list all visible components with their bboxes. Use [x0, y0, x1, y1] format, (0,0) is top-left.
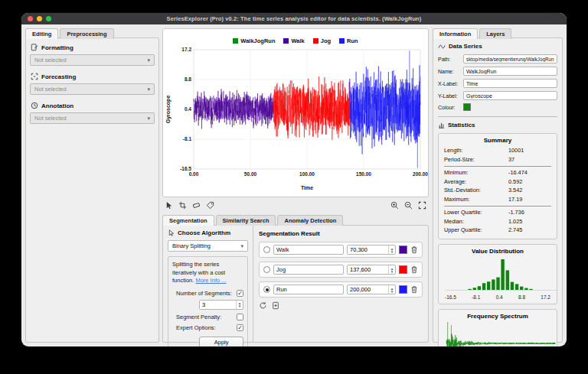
segment-name-input[interactable]: [273, 285, 344, 294]
main-chart[interactable]: 17.28.80.4-8.1-16.50.0050.00100.00150.00…: [163, 45, 428, 192]
svg-text:Time: Time: [301, 185, 313, 190]
expand-brackets-icon: [31, 73, 38, 80]
tab-similarity-search[interactable]: Similarity Search: [216, 215, 276, 226]
trash-icon[interactable]: [410, 265, 418, 274]
trash-icon[interactable]: [410, 246, 418, 254]
stat-row: Lower Quartile:-1.736: [444, 208, 551, 217]
segment-name-input[interactable]: [273, 265, 344, 275]
pointer-tool-icon[interactable]: [165, 201, 173, 210]
more-info-link[interactable]: More Info ...: [195, 277, 226, 284]
crop-tool-icon[interactable]: [178, 201, 187, 210]
legend-item[interactable]: Run: [339, 37, 358, 44]
spinner-arrows[interactable]: ▴▾: [388, 265, 395, 274]
svg-text:Gyroscope: Gyroscope: [165, 96, 172, 124]
right-tabbar: Information Layers: [433, 28, 563, 39]
segment-value-spinner: ▴▾: [347, 265, 396, 275]
tick-label: 17.2: [541, 294, 550, 300]
annotation-dropdown[interactable]: Not selected ▾: [30, 112, 155, 124]
tab-editing[interactable]: Editing: [25, 28, 58, 39]
trash-icon[interactable]: [410, 285, 418, 294]
window-title: SeriesExplorer (Pro) v0.2: The time seri…: [21, 15, 567, 22]
value-distribution-chart: [444, 257, 559, 291]
svg-text:150.00: 150.00: [356, 171, 371, 177]
legend-item[interactable]: WalkJogRun: [233, 37, 275, 44]
y-label-input[interactable]: [463, 91, 557, 100]
series-colour-swatch[interactable]: [463, 103, 471, 111]
tag-tool-icon[interactable]: [206, 201, 214, 210]
stat-row: Average:0.592: [444, 177, 551, 187]
algorithm-dropdown[interactable]: Binary Splitting ▾: [168, 240, 248, 252]
tab-preprocessing[interactable]: Preprocessing: [60, 28, 113, 39]
tick-label: 0.4: [496, 294, 503, 300]
svg-text:0.4: 0.4: [185, 106, 191, 112]
segmentation-result-heading: Segmentation Result: [259, 230, 423, 237]
refresh-icon[interactable]: [259, 301, 267, 310]
minimize-button[interactable]: [37, 16, 42, 21]
close-button[interactable]: [28, 16, 33, 21]
forecasting-dropdown[interactable]: Not selected ▾: [30, 83, 155, 95]
svg-text:-8.1: -8.1: [183, 136, 192, 141]
tab-layers[interactable]: Layers: [479, 28, 511, 39]
result-radio[interactable]: [263, 286, 270, 293]
tab-segmentation[interactable]: Segmentation: [162, 215, 214, 226]
editing-panel: Formatting Not selected ▾ Forecasting: [25, 37, 159, 343]
screen: SeriesExplorer (Pro) v0.2: The time seri…: [0, 0, 588, 374]
wave-icon: [438, 44, 446, 50]
tick-label: -16.5: [445, 294, 456, 300]
stat-row: Upper Quartile:2.745: [444, 226, 551, 235]
traffic-lights: [28, 16, 51, 21]
algo-option-checkbox[interactable]: ✓: [237, 324, 243, 331]
tab-anomaly-detection[interactable]: Anomaly Detection: [277, 215, 343, 226]
formatting-dropdown[interactable]: Not selected ▾: [30, 54, 155, 66]
zoom-in-icon[interactable]: [390, 201, 399, 210]
result-row: ▴▾: [259, 281, 423, 298]
titlebar: SeriesExplorer (Pro) v0.2: The time seri…: [21, 13, 567, 24]
legend-item[interactable]: Jog: [313, 37, 331, 44]
algo-option-checkbox[interactable]: ✓: [237, 290, 243, 297]
result-color-swatch[interactable]: [399, 265, 407, 274]
svg-text:8.8: 8.8: [185, 76, 191, 82]
field-row: Path:: [438, 54, 557, 63]
tab-information[interactable]: Information: [433, 28, 478, 39]
name-input[interactable]: [463, 67, 557, 76]
segment-value-input[interactable]: [348, 246, 388, 254]
svg-text:100.00: 100.00: [299, 171, 315, 177]
zoom-out-icon[interactable]: [404, 201, 413, 210]
segment-value-input[interactable]: [348, 265, 388, 274]
spinner-arrows[interactable]: ▴▾: [388, 285, 395, 294]
algo-option-checkbox[interactable]: [237, 314, 243, 320]
summary-title: Summary: [444, 137, 551, 144]
result-color-swatch[interactable]: [399, 246, 407, 254]
statistics-heading: Statistics: [448, 122, 475, 128]
export-file-icon[interactable]: [272, 301, 279, 310]
result-radio[interactable]: [263, 246, 270, 253]
legend-swatch: [283, 38, 289, 44]
fit-view-icon[interactable]: [418, 201, 426, 210]
algorithm-options-box: Splitting the series iteratively with a …: [168, 256, 248, 346]
annotation-section: Annotation Not selected ▾: [30, 102, 155, 124]
option-row: Segment Penalty:: [172, 314, 243, 320]
x-label-input[interactable]: [463, 79, 557, 88]
choose-algorithm-pane: Choose Algorithm Binary Splitting ▾ Spli…: [163, 226, 253, 342]
maximize-button[interactable]: [46, 16, 51, 21]
result-color-swatch[interactable]: [399, 285, 407, 294]
eraser-tool-icon[interactable]: [192, 201, 201, 210]
chevron-down-icon: ▾: [147, 115, 150, 121]
segments-count-spinner: ▴▾: [199, 300, 243, 310]
result-row: ▴▾: [259, 242, 423, 258]
apply-button[interactable]: Apply: [199, 337, 243, 347]
right-panel: Information Layers Data Series Path: Nam…: [433, 28, 563, 343]
analysis-section: Segmentation Similarity Search Anomaly D…: [162, 215, 429, 343]
segment-value-input[interactable]: [348, 285, 388, 294]
document-pen-icon: [31, 44, 38, 51]
segment-name-input[interactable]: [273, 245, 344, 255]
legend-item[interactable]: Walk: [283, 37, 304, 44]
value-distribution-card: Value Distribution -16.5-8.10.48.817.2: [438, 244, 557, 304]
result-radio[interactable]: [263, 266, 270, 273]
spinner-arrows[interactable]: ▴▾: [388, 246, 395, 254]
segmentation-result-pane: Segmentation Result ▴▾: [253, 226, 428, 342]
spinner-arrows[interactable]: ▴▾: [236, 301, 243, 309]
path-input[interactable]: [463, 54, 557, 63]
segments-count-input[interactable]: [200, 301, 236, 309]
divider: [444, 166, 551, 167]
